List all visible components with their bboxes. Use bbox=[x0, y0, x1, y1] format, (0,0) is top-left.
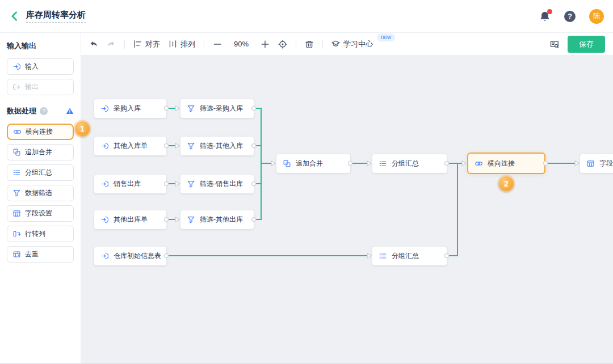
flow-node-other-out[interactable]: 其他出库单 bbox=[94, 210, 166, 229]
flow-node-filter-sales-out[interactable]: 筛选-销售出库 bbox=[180, 175, 254, 193]
flow-node-horizontal-join[interactable]: 横向连接 bbox=[467, 153, 545, 174]
flow-node-sales-out[interactable]: 销售出库 bbox=[94, 175, 166, 193]
filter-icon bbox=[187, 142, 195, 150]
flow-node-label: 采购入库 bbox=[114, 104, 141, 113]
flow-node-field-settings[interactable]: 字段设置 bbox=[580, 154, 613, 173]
warning-icon[interactable] bbox=[66, 107, 74, 115]
zoom-out-button[interactable] bbox=[213, 40, 222, 49]
append-icon bbox=[13, 149, 20, 156]
help-button[interactable]: ? bbox=[564, 11, 576, 22]
app-window: 库存周转率分析 ? 陈 输入输出 输入输出 数据处理 ? 横向连接追加合并分组汇… bbox=[0, 0, 613, 364]
flow-node-purchase-in[interactable]: 采购入库 bbox=[94, 99, 166, 118]
sidebar-item-dedupe[interactable]: 去重 bbox=[7, 246, 74, 263]
flow-node-group-summary-1[interactable]: 分组汇总 bbox=[372, 154, 447, 173]
sidebar-item-label: 追加合并 bbox=[25, 147, 52, 157]
save-button[interactable]: 保存 bbox=[568, 36, 605, 53]
field-icon bbox=[587, 160, 594, 167]
flow-node-label: 其他出库单 bbox=[114, 215, 148, 225]
section-title-io: 输入输出 bbox=[7, 41, 74, 51]
flow-canvas[interactable]: 采购入库其他入库单销售出库其他出库单筛选-采购入库筛选-其他入库筛选-销售出库筛… bbox=[81, 55, 613, 363]
section-title-process: 数据处理 bbox=[7, 106, 36, 116]
arrange-label: 排列 bbox=[180, 39, 195, 49]
sidebar-item-label: 行转列 bbox=[25, 229, 45, 239]
flow-node-label: 分组汇总 bbox=[392, 251, 419, 261]
sidebar-item-output: 输出 bbox=[7, 79, 74, 95]
flow-node-label: 筛选-销售出库 bbox=[200, 179, 243, 189]
flow-node-label: 筛选-其他入库 bbox=[200, 141, 243, 151]
align-label: 对齐 bbox=[145, 39, 160, 49]
sidebar-item-field[interactable]: 字段设置 bbox=[7, 205, 74, 222]
flow-node-label: 仓库初始信息表 bbox=[114, 251, 161, 261]
header-actions: ? 陈 bbox=[539, 9, 604, 24]
sidebar-item-append[interactable]: 追加合并 bbox=[7, 144, 74, 160]
pivot-icon bbox=[13, 230, 20, 238]
field-icon bbox=[13, 210, 20, 217]
flow-node-other-in[interactable]: 其他入库单 bbox=[94, 137, 166, 155]
append-icon bbox=[283, 160, 291, 167]
toolbar-divider bbox=[204, 40, 204, 49]
zoom-in-button[interactable] bbox=[261, 40, 270, 49]
section-help-icon[interactable]: ? bbox=[40, 107, 48, 115]
input-icon bbox=[101, 142, 108, 150]
sidebar: 输入输出 输入输出 数据处理 ? 横向连接追加合并分组汇总数据筛选字段设置行转列… bbox=[0, 33, 81, 363]
toolbar-divider bbox=[322, 40, 323, 49]
sidebar-item-filter[interactable]: 数据筛选 bbox=[7, 185, 74, 201]
filter-icon bbox=[187, 216, 195, 223]
sidebar-item-input[interactable]: 输入 bbox=[7, 58, 74, 75]
group-icon bbox=[379, 160, 387, 167]
header: 库存周转率分析 ? 陈 bbox=[0, 0, 613, 33]
flow-node-label: 追加合并 bbox=[296, 159, 323, 168]
preview-button[interactable] bbox=[550, 40, 559, 49]
align-icon bbox=[133, 40, 142, 48]
flow-node-filter-other-in[interactable]: 筛选-其他入库 bbox=[180, 137, 254, 155]
learning-center-label: 学习中心 bbox=[343, 39, 373, 49]
input-icon bbox=[101, 252, 108, 260]
flow-node-label: 分组汇总 bbox=[392, 159, 419, 168]
notifications-button[interactable] bbox=[539, 11, 551, 22]
learning-center-button[interactable]: 学习中心 new bbox=[331, 39, 395, 49]
input-icon bbox=[13, 63, 20, 70]
filter-icon bbox=[187, 105, 195, 112]
sidebar-item-label: 数据筛选 bbox=[25, 188, 52, 198]
flow-node-warehouse-init[interactable]: 仓库初始信息表 bbox=[94, 247, 166, 265]
back-button[interactable] bbox=[9, 11, 20, 22]
arrange-button[interactable]: 排列 bbox=[169, 39, 195, 49]
group-icon bbox=[13, 169, 20, 176]
graduation-cap-icon bbox=[331, 40, 340, 48]
sidebar-item-label: 字段设置 bbox=[25, 209, 52, 218]
filter-icon bbox=[187, 180, 195, 188]
flow-node-filter-purchase-in[interactable]: 筛选-采购入库 bbox=[180, 99, 254, 118]
redo-button[interactable] bbox=[107, 40, 116, 49]
input-icon bbox=[101, 216, 108, 223]
toolbar: 对齐 排列 90% 学习中心 new 保存 bbox=[81, 33, 613, 55]
sidebar-item-join[interactable]: 横向连接 bbox=[7, 124, 74, 140]
delete-button[interactable] bbox=[305, 40, 314, 49]
undo-button[interactable] bbox=[89, 40, 98, 49]
new-badge: new bbox=[377, 33, 395, 41]
input-icon bbox=[101, 180, 108, 188]
flow-node-group-summary-2[interactable]: 分组汇总 bbox=[372, 247, 447, 265]
sidebar-item-label: 横向连接 bbox=[26, 127, 53, 137]
flow-node-label: 销售出库 bbox=[114, 179, 141, 189]
zoom-level[interactable]: 90% bbox=[230, 40, 252, 48]
sidebar-item-group[interactable]: 分组汇总 bbox=[7, 164, 74, 181]
filter-icon bbox=[13, 189, 20, 197]
group-icon bbox=[379, 252, 387, 260]
page-title: 库存周转率分析 bbox=[26, 10, 86, 23]
flow-node-label: 其他入库单 bbox=[114, 141, 148, 151]
output-icon bbox=[13, 83, 20, 91]
locate-button[interactable] bbox=[278, 40, 287, 49]
flow-node-label: 筛选-采购入库 bbox=[200, 104, 243, 113]
flow-node-append-merge[interactable]: 追加合并 bbox=[276, 154, 350, 173]
toolbar-divider bbox=[124, 40, 125, 49]
sidebar-item-label: 分组汇总 bbox=[25, 168, 52, 177]
align-button[interactable]: 对齐 bbox=[133, 39, 160, 49]
sidebar-item-pivot[interactable]: 行转列 bbox=[7, 226, 74, 242]
flow-node-filter-other-out[interactable]: 筛选-其他出库 bbox=[180, 210, 254, 229]
toolbar-divider bbox=[296, 40, 296, 49]
join-icon bbox=[475, 160, 482, 167]
flow-node-label: 筛选-其他出库 bbox=[200, 215, 243, 225]
sidebar-io-list: 输入输出 bbox=[0, 58, 81, 95]
flow-node-label: 字段设置 bbox=[599, 159, 613, 168]
avatar[interactable]: 陈 bbox=[589, 9, 604, 24]
